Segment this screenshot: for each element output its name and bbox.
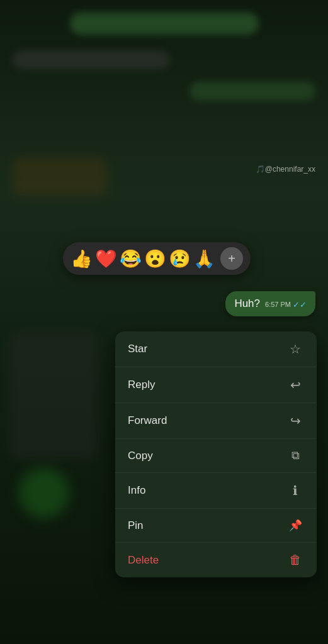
menu-item-pin[interactable]: Pin 📌 [115,509,317,543]
bg-blob-1 [13,157,107,195]
star-icon: ☆ [286,341,304,357]
emoji-reaction-bar[interactable]: 👍 ❤️ 😂 😮 😢 🙏 + [63,242,251,275]
message-bubble: Huh? 6:57 PM ✓✓ [225,291,315,316]
emoji-more-button[interactable]: + [220,247,243,270]
bg-message-blurred-1 [70,13,259,35]
menu-item-copy-label: Copy [128,450,153,462]
emoji-plus-icon: + [228,252,235,266]
menu-item-pin-label: Pin [128,519,144,532]
bg-message-blurred-2 [13,50,170,69]
menu-item-delete[interactable]: Delete 🗑 [115,543,317,577]
menu-item-reply[interactable]: Reply ↩ [115,367,317,403]
menu-item-forward-label: Forward [128,414,167,427]
info-icon: ℹ [286,483,304,498]
emoji-wow[interactable]: 😮 [144,248,166,269]
emoji-heart[interactable]: ❤️ [95,248,117,269]
emoji-laugh[interactable]: 😂 [120,248,142,269]
message-text: Huh? [234,297,260,310]
menu-item-reply-label: Reply [128,379,155,391]
emoji-cry[interactable]: 😢 [169,248,191,269]
menu-item-copy[interactable]: Copy ⧉ [115,439,317,473]
menu-item-info[interactable]: Info ℹ [115,473,317,509]
message-meta: 6:57 PM ✓✓ [265,300,307,309]
delete-icon: 🗑 [286,553,304,567]
reply-icon: ↩ [286,377,304,392]
bg-message-blurred-3 [189,82,315,101]
copy-icon: ⧉ [286,449,304,462]
message-time: 6:57 PM [265,301,291,308]
context-menu: Star ☆ Reply ↩ Forward ↪ Copy ⧉ Info ℹ P… [115,331,317,577]
menu-item-info-label: Info [128,484,145,497]
bg-green-blob [19,468,69,518]
forward-icon: ↪ [286,413,304,428]
message-read-receipt: ✓✓ [293,300,307,309]
menu-item-delete-label: Delete [128,554,159,567]
menu-item-forward[interactable]: Forward ↪ [115,403,317,439]
menu-item-star[interactable]: Star ☆ [115,331,317,367]
menu-item-star-label: Star [128,343,147,355]
emoji-pray[interactable]: 🙏 [193,248,215,269]
tiktok-watermark: 🎵@chennifar_xx [256,165,315,174]
emoji-thumbsup[interactable]: 👍 [71,248,93,269]
pin-icon: 📌 [286,519,304,532]
left-blur-content [9,333,98,459]
